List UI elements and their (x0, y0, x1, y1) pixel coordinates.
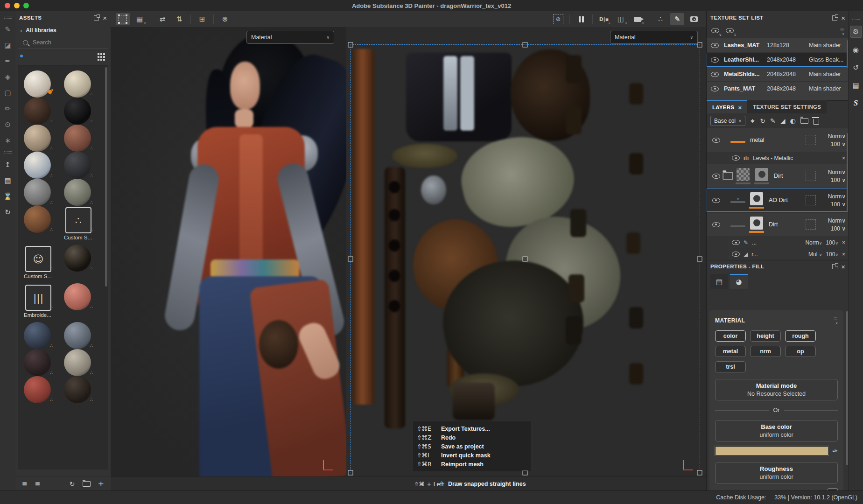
shader-settings-button[interactable]: ◉ (850, 44, 862, 56)
layer-visibility-icon[interactable] (712, 222, 720, 227)
blend-mode-dropdown[interactable]: Mul ∨ (808, 251, 822, 258)
3d-view[interactable]: Material ∨ (111, 27, 346, 477)
opacity-dropdown[interactable]: 100 ∨ (831, 177, 846, 183)
texture-set-row[interactable]: MetalShlds... 2048x2048 Main shader (707, 67, 849, 81)
asset-tile[interactable]: ||| ∴ Embroide... (23, 283, 63, 322)
layer-row-ao-dirt[interactable]: AO Dirt Norm∨ 100 ∨ (707, 189, 849, 212)
asset-tile[interactable]: ∴ Clouding (23, 152, 51, 179)
close-panel-icon[interactable]: × (103, 14, 107, 21)
tab-texture-set-settings[interactable]: TEXTURE SET SETTINGS (747, 100, 827, 113)
symmetry-y-button[interactable]: ⇅ (172, 13, 186, 25)
selection-tool-button[interactable]: ▢ (2, 86, 14, 100)
mirror-display-button[interactable]: D|▪∨ (597, 13, 611, 25)
layer-mask-thumbnail[interactable] (750, 192, 763, 205)
visibility-eye-icon[interactable] (711, 86, 719, 91)
undock-panel-icon[interactable] (94, 15, 99, 21)
camera-mode-button[interactable]: ∨ (631, 13, 645, 25)
opacity-dropdown[interactable]: 100∨ (826, 251, 838, 258)
selection-handle[interactable] (697, 470, 702, 476)
asset-tile[interactable]: ∴ Autumn L... (23, 70, 51, 98)
add-paint-layer-button[interactable]: ✎ (770, 118, 776, 125)
group-mask-thumbnail[interactable] (755, 168, 768, 181)
hide-selection-button[interactable]: ⊘ (551, 13, 565, 25)
selection-handle[interactable] (523, 256, 528, 261)
tiling-mode-button[interactable]: ▦∨ (133, 13, 147, 25)
display-mode-button[interactable]: ◫∨ (614, 13, 628, 25)
toolbar-grip[interactable] (852, 17, 860, 20)
mask-placeholder[interactable] (806, 195, 816, 205)
assets-scrollbar[interactable] (105, 67, 107, 287)
material-picker-tool-button[interactable]: ∗ (2, 133, 14, 147)
opacity-dropdown[interactable]: 100 ∨ (831, 225, 846, 232)
resources-updater-button[interactable]: ↻ (2, 205, 14, 219)
effect-visibility-icon[interactable] (732, 240, 740, 245)
asset-tile[interactable]: ∴ (63, 376, 91, 403)
eyedropper-icon[interactable]: ✑ (832, 448, 838, 454)
pending-operations-button[interactable]: ⌛ (2, 189, 14, 203)
layer-row-dirt-group[interactable]: Dirt Norm∨ 100 ∨ (707, 164, 849, 188)
delete-layer-button[interactable] (813, 119, 819, 125)
layer-row-metal[interactable]: metal Norm∨ 100 ∨ (707, 128, 849, 152)
shelf-folder-list-icon[interactable]: ≣ (35, 481, 41, 487)
layer-visibility-icon[interactable] (712, 198, 720, 203)
blend-mode-dropdown[interactable]: Norm∨ (805, 239, 822, 246)
layer-visibility-icon[interactable] (712, 174, 720, 179)
close-tab-icon[interactable]: × (738, 105, 742, 111)
blend-mode-dropdown[interactable]: Norm∨ (828, 133, 846, 140)
toolbar-grip[interactable] (4, 16, 12, 19)
group-checker-thumbnail[interactable] (737, 168, 750, 181)
substance-home-button[interactable]: S (850, 98, 862, 109)
channel-chip[interactable]: metal (715, 346, 746, 357)
visibility-eye-icon[interactable] (711, 57, 719, 63)
blend-mode-dropdown[interactable]: Norm∨ (828, 193, 846, 200)
base-color-swatch[interactable] (715, 446, 828, 455)
symmetry-x-button[interactable]: ⇄ (155, 13, 169, 25)
polygon-fill-tool-button[interactable]: ◈ (2, 70, 14, 84)
layer-row-dirt[interactable]: Dirt Norm∨ 100 ∨ (707, 213, 849, 236)
opacity-dropdown[interactable]: 100∨ (826, 239, 838, 246)
2d-view-material-selector[interactable]: Material ∨ (610, 31, 698, 44)
channel-chip[interactable]: nrm (750, 346, 781, 357)
history-button[interactable]: ↺ (850, 62, 862, 73)
layer-mask-thumbnail[interactable] (750, 217, 763, 230)
smudge-tool-button[interactable]: ✏ (2, 102, 14, 116)
screenshot-button[interactable] (687, 13, 701, 25)
tab-layers[interactable]: LAYERS × (707, 100, 747, 113)
asset-tile[interactable]: ∴ BasicLea... (23, 98, 51, 125)
asset-tile[interactable]: ∴ Fabric Co... (63, 283, 91, 310)
remove-effect-icon[interactable]: × (842, 155, 845, 161)
asset-tile[interactable]: ∴ Fabric La... (23, 349, 51, 376)
add-mask-button[interactable]: ◐ (790, 118, 796, 125)
filter-list-icon[interactable]: ≡∨ (840, 27, 844, 36)
add-smart-material-button[interactable]: ∗ (750, 118, 756, 125)
grid-view-icon[interactable] (98, 53, 99, 55)
display-settings-button[interactable]: ⚙ (850, 26, 862, 38)
visibility-mode-icon[interactable]: ∨ (711, 28, 719, 35)
eraser-tool-button[interactable]: ◪ (2, 38, 14, 52)
add-group-button[interactable] (800, 118, 808, 124)
mask-placeholder[interactable] (806, 219, 816, 230)
asset-tile[interactable]: ∴ Fabric Felt (63, 322, 91, 349)
3d-view-material-selector[interactable]: Material ∨ (246, 31, 334, 44)
asset-tile[interactable]: ∴ Concrete... (63, 179, 91, 206)
uv-selection-button[interactable] (116, 13, 130, 25)
opacity-dropdown[interactable]: 100 ∨ (831, 201, 846, 208)
remove-effect-icon[interactable]: × (842, 252, 845, 257)
filter-list-icon[interactable]: ≡∨ (833, 316, 838, 325)
open-folder-icon[interactable] (83, 481, 91, 487)
channel-chip[interactable]: op (785, 346, 816, 357)
mask-placeholder[interactable] (806, 171, 816, 181)
channel-chip[interactable]: color (715, 330, 746, 342)
asset-tile[interactable]: ∴ ∴ Custom S... (63, 206, 103, 245)
export-button[interactable]: ↥ (2, 158, 14, 172)
selection-handle[interactable] (348, 42, 353, 48)
paint-tool-button[interactable]: ✎ (2, 22, 14, 36)
shelf-list-icon[interactable]: ≣ (22, 481, 28, 487)
asset-tile[interactable]: ∴ Fabric Li... (63, 349, 91, 376)
channel-chip[interactable]: height (750, 330, 781, 342)
pause-engine-button[interactable] (574, 13, 588, 25)
bake-textures-button[interactable]: ▤ (2, 174, 14, 188)
channel-chip[interactable]: rough (785, 330, 816, 342)
effect-row-levels[interactable]: ılı Levels - Metallic × (728, 153, 849, 163)
asset-tile[interactable]: ∴ Fabric De... (23, 322, 51, 349)
